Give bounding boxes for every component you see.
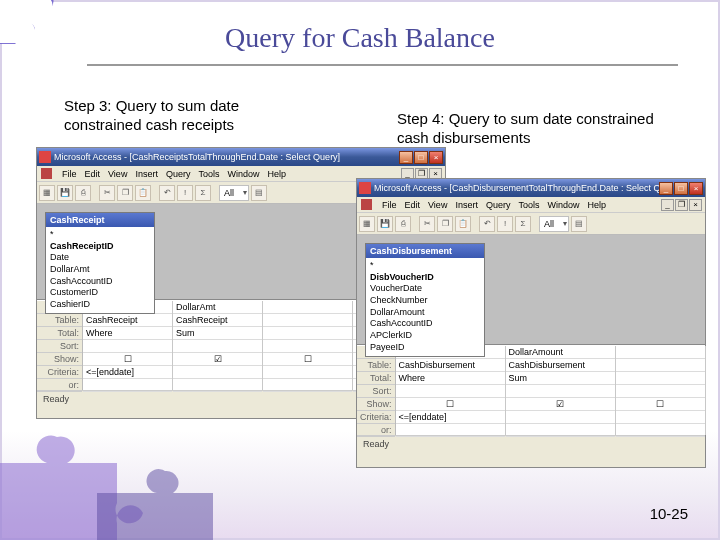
cell-or[interactable] xyxy=(263,379,352,392)
menu-view[interactable]: View xyxy=(108,169,127,179)
copy-icon[interactable]: ❐ xyxy=(437,216,453,232)
menu-tools[interactable]: Tools xyxy=(518,200,539,210)
mdi-restore-button[interactable]: ❐ xyxy=(675,199,688,211)
minimize-button[interactable]: _ xyxy=(659,182,673,195)
grid-col[interactable]: ☐ xyxy=(263,301,353,390)
close-button[interactable]: × xyxy=(429,151,443,164)
menu-window[interactable]: Window xyxy=(227,169,259,179)
grid-col[interactable]: VoucherDate CashDisbursement Where ☐ <=[… xyxy=(396,346,506,435)
cell-show-checkbox[interactable]: ☐ xyxy=(396,398,505,411)
props-icon[interactable]: ▤ xyxy=(251,185,267,201)
cell-or[interactable] xyxy=(83,379,172,392)
run-icon[interactable]: ! xyxy=(497,216,513,232)
save-icon[interactable]: 💾 xyxy=(377,216,393,232)
titlebar[interactable]: Microsoft Access - [CashDisbursementTota… xyxy=(357,179,705,197)
field-item[interactable]: DollarAmt xyxy=(50,264,150,276)
field-item[interactable]: CashAccountID xyxy=(50,276,150,288)
cell-show-checkbox[interactable]: ☑ xyxy=(173,353,262,366)
table-cashdisbursement[interactable]: CashDisbursement * DisbVoucherID Voucher… xyxy=(365,243,485,357)
cell-table[interactable]: CashReceipt xyxy=(173,314,262,327)
titlebar[interactable]: Microsoft Access - [CashReceiptsTotalThr… xyxy=(37,148,445,166)
cell-criteria[interactable]: <=[enddate] xyxy=(83,366,172,379)
toolbar-combo[interactable]: All xyxy=(219,185,249,201)
field-star[interactable]: * xyxy=(370,260,480,272)
cell-sort[interactable] xyxy=(83,340,172,353)
cell-show-checkbox[interactable]: ☐ xyxy=(616,398,705,411)
cell-or[interactable] xyxy=(506,424,615,437)
cell-table[interactable]: CashDisbursement xyxy=(396,359,505,372)
menu-query[interactable]: Query xyxy=(486,200,511,210)
cell-show-checkbox[interactable]: ☐ xyxy=(83,353,172,366)
view-icon[interactable]: ▦ xyxy=(39,185,55,201)
print-icon[interactable]: ⎙ xyxy=(395,216,411,232)
menu-view[interactable]: View xyxy=(428,200,447,210)
cell-total[interactable]: Where xyxy=(396,372,505,385)
undo-icon[interactable]: ↶ xyxy=(159,185,175,201)
cut-icon[interactable]: ✂ xyxy=(99,185,115,201)
cell-criteria[interactable]: <=[enddate] xyxy=(396,411,505,424)
cell-criteria[interactable] xyxy=(506,411,615,424)
menu-file[interactable]: File xyxy=(382,200,397,210)
field-item[interactable]: PayeeID xyxy=(370,342,480,354)
field-item[interactable]: CashierID xyxy=(50,299,150,311)
field-item[interactable]: CheckNumber xyxy=(370,295,480,307)
cell-table[interactable] xyxy=(263,314,352,327)
cell-show-checkbox[interactable]: ☐ xyxy=(263,353,352,366)
cell-sort[interactable] xyxy=(173,340,262,353)
toolbar-combo[interactable]: All xyxy=(539,216,569,232)
field-item[interactable]: CashAccountID xyxy=(370,318,480,330)
minimize-button[interactable]: _ xyxy=(399,151,413,164)
cell-table[interactable] xyxy=(616,359,705,372)
cell-or[interactable] xyxy=(616,424,705,437)
cell-total[interactable]: Sum xyxy=(173,327,262,340)
undo-icon[interactable]: ↶ xyxy=(479,216,495,232)
cell-show-checkbox[interactable]: ☑ xyxy=(506,398,615,411)
menu-edit[interactable]: Edit xyxy=(85,169,101,179)
mdi-min-button[interactable]: _ xyxy=(661,199,674,211)
cell-or[interactable] xyxy=(396,424,505,437)
cell-criteria[interactable] xyxy=(616,411,705,424)
copy-icon[interactable]: ❐ xyxy=(117,185,133,201)
field-item[interactable]: DollarAmount xyxy=(370,307,480,319)
cell-criteria[interactable] xyxy=(263,366,352,379)
cell-sort[interactable] xyxy=(616,385,705,398)
field-item[interactable]: VoucherDate xyxy=(370,283,480,295)
sigma-icon[interactable]: Σ xyxy=(515,216,531,232)
menu-window[interactable]: Window xyxy=(547,200,579,210)
cell-table[interactable]: CashDisbursement xyxy=(506,359,615,372)
grid-col[interactable]: Date CashReceipt Where ☐ <=[enddate] xyxy=(83,301,173,390)
grid-col[interactable]: DollarAmount CashDisbursement Sum ☑ xyxy=(506,346,616,435)
field-item[interactable]: APClerkID xyxy=(370,330,480,342)
cell-field[interactable]: DollarAmount xyxy=(506,346,615,359)
field-item[interactable]: Date xyxy=(50,252,150,264)
run-icon[interactable]: ! xyxy=(177,185,193,201)
save-icon[interactable]: 💾 xyxy=(57,185,73,201)
menu-query[interactable]: Query xyxy=(166,169,191,179)
menu-insert[interactable]: Insert xyxy=(135,169,158,179)
mdi-close-button[interactable]: × xyxy=(689,199,702,211)
cell-field[interactable] xyxy=(263,301,352,314)
field-item[interactable]: CustomerID xyxy=(50,287,150,299)
paste-icon[interactable]: 📋 xyxy=(455,216,471,232)
maximize-button[interactable]: □ xyxy=(414,151,428,164)
menu-file[interactable]: File xyxy=(62,169,77,179)
cell-criteria[interactable] xyxy=(173,366,262,379)
props-icon[interactable]: ▤ xyxy=(571,216,587,232)
cell-total[interactable] xyxy=(263,327,352,340)
cell-total[interactable]: Where xyxy=(83,327,172,340)
menu-insert[interactable]: Insert xyxy=(455,200,478,210)
sigma-icon[interactable]: Σ xyxy=(195,185,211,201)
cell-field[interactable]: DollarAmt xyxy=(173,301,262,314)
print-icon[interactable]: ⎙ xyxy=(75,185,91,201)
table-cashreceipt[interactable]: CashReceipt * CashReceiptID Date DollarA… xyxy=(45,212,155,314)
cell-sort[interactable] xyxy=(506,385,615,398)
view-icon[interactable]: ▦ xyxy=(359,216,375,232)
grid-col[interactable]: DollarAmt CashReceipt Sum ☑ xyxy=(173,301,263,390)
maximize-button[interactable]: □ xyxy=(674,182,688,195)
menu-help[interactable]: Help xyxy=(267,169,286,179)
paste-icon[interactable]: 📋 xyxy=(135,185,151,201)
field-star[interactable]: * xyxy=(50,229,150,241)
menu-edit[interactable]: Edit xyxy=(405,200,421,210)
cut-icon[interactable]: ✂ xyxy=(419,216,435,232)
field-item[interactable]: DisbVoucherID xyxy=(370,272,480,284)
